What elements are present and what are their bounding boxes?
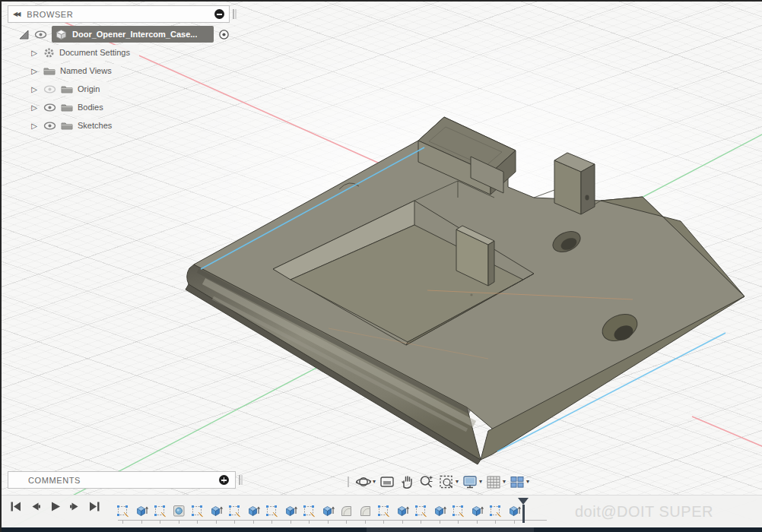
fusion360-window: ◀◀ BROWSER Door_Opener_Intercom_Case... … — [0, 0, 762, 532]
tree-item-label: Sketches — [78, 121, 112, 130]
timeline-feature-sketch-icon[interactable] — [153, 504, 167, 518]
expand-arrow-icon[interactable]: ▷ — [29, 85, 40, 93]
pan-button[interactable] — [398, 473, 415, 490]
ruler-tick — [122, 521, 123, 524]
timeline-feature-sketch-icon[interactable] — [302, 504, 316, 518]
folder-icon — [61, 84, 73, 93]
timeline-ruler — [118, 520, 547, 521]
add-comment-icon[interactable] — [219, 475, 229, 485]
expanded-triangle-icon[interactable] — [18, 29, 30, 40]
eye-hidden-icon[interactable] — [43, 85, 56, 93]
browser-panel-header[interactable]: ◀◀ BROWSER — [8, 5, 230, 23]
eye-icon[interactable] — [43, 103, 56, 112]
zoom-button[interactable] — [418, 473, 435, 490]
activate-radio-icon[interactable] — [218, 29, 230, 40]
timeline-feature-extrude-icon[interactable] — [433, 504, 447, 518]
fit-icon — [438, 473, 455, 490]
folder-icon — [43, 66, 56, 75]
timeline-feature-sketch-icon[interactable] — [227, 504, 242, 518]
orbit-button[interactable]: ▾ — [355, 473, 376, 490]
timeline-feature-sketch-icon[interactable] — [265, 504, 279, 518]
eye-icon[interactable] — [43, 122, 56, 130]
go-to-end-button[interactable] — [88, 500, 101, 513]
chevron-down-icon[interactable]: ▾ — [526, 478, 529, 485]
tree-root-row[interactable]: Door_Opener_Intercom_Case... — [8, 25, 236, 43]
expand-arrow-icon[interactable]: ▷ — [29, 122, 40, 130]
collapse-panel-icon[interactable]: ◀◀ — [13, 11, 19, 17]
ruler-tick — [495, 521, 496, 524]
timeline-feature-extrude-icon[interactable] — [135, 504, 149, 518]
look-at-icon — [379, 473, 395, 490]
chevron-down-icon[interactable]: ▾ — [503, 478, 506, 485]
zoom-icon — [418, 473, 435, 490]
timeline-feature-fillet-icon[interactable] — [358, 504, 373, 518]
eye-icon[interactable] — [34, 30, 47, 39]
model-door-opener-intercom-case[interactable] — [186, 117, 745, 464]
chevron-down-icon[interactable]: ▾ — [373, 478, 376, 485]
ruler-tick — [234, 521, 235, 524]
expand-arrow-icon[interactable]: ▷ — [29, 103, 40, 112]
tree-item-label: Document Settings — [59, 48, 130, 57]
sidebar-item-named-views[interactable]: ▷Named Views — [8, 62, 236, 80]
chevron-down-icon[interactable]: ▾ — [479, 478, 482, 485]
tree-item-label: Named Views — [60, 66, 112, 75]
chevron-down-icon[interactable]: ▾ — [456, 478, 459, 485]
timeline-feature-extrude-icon[interactable] — [470, 504, 484, 518]
grid-display-button[interactable]: ▾ — [485, 473, 506, 490]
expand-arrow-icon[interactable]: ▷ — [29, 49, 40, 57]
timeline-feature-sketch-icon[interactable] — [116, 504, 130, 518]
timeline-feature-sketch-icon[interactable] — [376, 504, 391, 518]
ruler-tick — [477, 521, 478, 524]
ruler-tick — [346, 521, 347, 524]
viewports-button[interactable]: ▾ — [509, 473, 529, 490]
timeline-feature-hole-icon[interactable] — [172, 504, 186, 518]
browser-tree: Door_Opener_Intercom_Case... ▷Document S… — [8, 25, 236, 135]
tree-item-label: Bodies — [78, 103, 103, 112]
panel-grip[interactable] — [233, 9, 234, 19]
user-watermark: doit@DOIT SUPER — [575, 503, 713, 521]
tree-root-selected[interactable]: Door_Opener_Intercom_Case... — [52, 26, 214, 43]
fit-button[interactable]: ▾ — [438, 473, 459, 490]
ruler-tick — [383, 521, 384, 524]
toolbar-handle[interactable] — [348, 477, 349, 487]
timeline-position-marker[interactable] — [518, 498, 529, 523]
ruler-tick — [141, 521, 142, 524]
viewports-icon — [509, 473, 525, 490]
look-at-button[interactable] — [379, 473, 395, 490]
ruler-tick — [328, 521, 329, 524]
display-settings-button[interactable]: ▾ — [462, 473, 482, 490]
comments-bar[interactable]: COMMENTS — [8, 471, 236, 489]
ruler-tick — [216, 521, 217, 524]
comments-grip[interactable] — [239, 475, 240, 485]
ruler-tick — [458, 521, 459, 524]
timeline-feature-sketch-icon[interactable] — [414, 504, 428, 518]
timeline-feature-extrude-icon[interactable] — [321, 504, 335, 518]
timeline-feature-extrude-icon[interactable] — [395, 504, 410, 518]
timeline-feature-sketch-icon[interactable] — [488, 504, 503, 518]
sidebar-item-document-settings[interactable]: ▷Document Settings — [8, 43, 236, 62]
grid-display-icon — [485, 473, 502, 490]
sidebar-item-origin[interactable]: ▷Origin — [8, 80, 236, 98]
timeline-feature-extrude-icon[interactable] — [284, 504, 298, 518]
timeline-feature-fillet-icon[interactable] — [339, 504, 354, 518]
timeline-feature-sketch-icon[interactable] — [190, 504, 205, 518]
ruler-tick — [421, 521, 421, 524]
minimize-panel-icon[interactable] — [214, 9, 224, 19]
step-back-button[interactable] — [29, 500, 42, 513]
bottom-status-bar — [2, 527, 762, 532]
step-forward-button[interactable] — [68, 500, 81, 513]
ruler-tick — [365, 521, 366, 524]
navigation-toolbar: ▾▾▾▾▾ — [348, 471, 529, 492]
play-button[interactable] — [49, 500, 62, 513]
tree-root-label: Door_Opener_Intercom_Case... — [72, 30, 197, 39]
go-to-start-button[interactable] — [9, 500, 22, 513]
sidebar-item-bodies[interactable]: ▷Bodies — [8, 98, 236, 116]
timeline-feature-extrude-icon[interactable] — [209, 504, 224, 518]
timeline-feature-extrude-icon[interactable] — [246, 504, 261, 518]
ruler-tick — [402, 521, 403, 524]
timeline-feature-sketch-icon[interactable] — [451, 504, 465, 518]
ruler-tick — [197, 521, 198, 524]
expand-arrow-icon[interactable]: ▷ — [29, 67, 40, 75]
sidebar-item-sketches[interactable]: ▷Sketches — [8, 116, 236, 135]
timeline-features — [116, 504, 522, 518]
